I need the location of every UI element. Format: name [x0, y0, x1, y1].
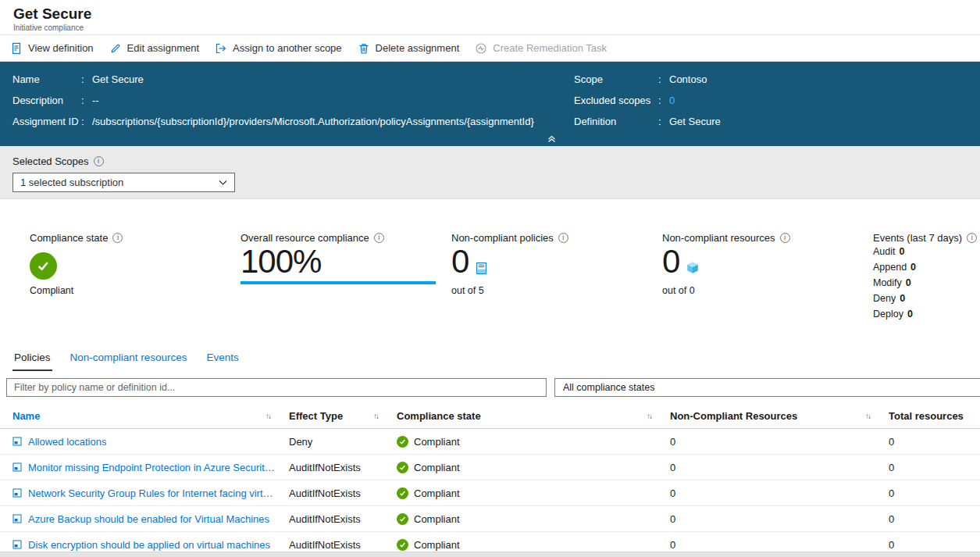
noncompliant-resources-cell: 0: [657, 436, 876, 448]
event-line-audit: Audit 0: [873, 244, 977, 259]
sort-icon[interactable]: ↑↓: [265, 412, 270, 420]
selected-scopes-dropdown[interactable]: 1 selected subscription: [12, 173, 235, 192]
effect-type-cell: AuditIfNotExists: [276, 539, 384, 551]
event-value: 0: [906, 275, 911, 291]
info-icon[interactable]: i: [112, 233, 123, 243]
field-label: Name: [12, 72, 81, 93]
compliant-check-icon: [397, 436, 408, 448]
stat-label-text: Non-compliant policies: [451, 232, 554, 244]
policy-name-link[interactable]: Azure Backup should be enabled for Virtu…: [28, 513, 269, 525]
stat-noncompliant-resources: Non-compliant resources i 0 out of 0: [662, 232, 873, 344]
essentials-right-column: Scope : Contoso Excluded scopes : 0 Defi…: [574, 72, 721, 135]
sort-icon[interactable]: ↑↓: [647, 412, 651, 420]
compliance-state-text: Compliant: [414, 462, 460, 473]
policy-filter-input[interactable]: [6, 378, 547, 397]
tab-events[interactable]: Events: [205, 352, 241, 371]
column-header-noncompliant-resources[interactable]: Non-Compliant Resources ↑↓: [657, 410, 876, 422]
event-label: Append: [873, 259, 907, 275]
stat-label-text: Compliance state: [30, 232, 108, 244]
column-header-name[interactable]: Name ↑↓: [0, 410, 276, 422]
total-resources-cell: 0: [876, 513, 980, 525]
essentials-assignment-id-row: Assignment ID : /subscriptions/{subscrip…: [12, 114, 980, 135]
stat-label: Events (last 7 days) i: [873, 232, 977, 244]
stat-label: Non-compliant resources i: [662, 232, 873, 244]
remediation-icon: [475, 42, 487, 55]
total-resources-cell: 0: [876, 462, 980, 473]
noncompliant-resources-cell: 0: [657, 539, 876, 551]
assign-to-another-scope-button[interactable]: Assign to another scope: [209, 38, 351, 59]
column-header-effect-type[interactable]: Effect Type ↑↓: [276, 410, 384, 422]
column-label: Non-Compliant Resources: [670, 410, 797, 422]
total-resources-cell: 0: [876, 487, 980, 499]
excluded-scopes-link[interactable]: 0: [669, 93, 675, 114]
column-header-compliance-state[interactable]: Compliance state ↑↓: [384, 410, 657, 422]
stat-events: Events (last 7 days) i Audit 0 Append 0 …: [873, 232, 977, 344]
table-row[interactable]: Allowed locations Deny Compliant 0 0: [0, 429, 980, 455]
horizontal-scrollbar[interactable]: [0, 552, 980, 557]
toolbar-button-label: Assign to another scope: [233, 42, 341, 54]
info-icon[interactable]: i: [780, 233, 790, 243]
delete-icon: [358, 42, 370, 55]
event-line-deploy: Deploy 0: [873, 306, 977, 322]
effect-type-cell: AuditIfNotExists: [276, 513, 384, 525]
info-icon[interactable]: i: [374, 233, 384, 243]
create-remediation-task-button[interactable]: Create Remediation Task: [469, 38, 617, 59]
event-value: 0: [907, 306, 913, 322]
stat-label-text: Non-compliant resources: [662, 232, 775, 244]
delete-assignment-button[interactable]: Delete assignment: [352, 38, 470, 59]
noncompliant-policies-sub: out of 5: [451, 285, 662, 296]
info-icon[interactable]: i: [94, 156, 104, 166]
table-row[interactable]: Monitor missing Endpoint Protection in A…: [0, 455, 980, 480]
compliant-check-icon: [397, 539, 408, 551]
policy-name-link[interactable]: Allowed locations: [28, 436, 106, 448]
info-icon[interactable]: i: [558, 233, 568, 243]
overall-compliance-value: 100%: [241, 244, 451, 280]
separator: :: [658, 72, 669, 93]
policy-name-link[interactable]: Monitor missing Endpoint Protection in A…: [28, 462, 276, 473]
policy-icon: [12, 514, 22, 523]
command-toolbar: View definition Edit assignment Assign t…: [0, 35, 980, 62]
chevron-up-icon: [547, 134, 557, 146]
compliance-state-cell: Compliant: [384, 436, 657, 448]
policy-name-link[interactable]: Network Security Group Rules for Interne…: [28, 487, 276, 499]
tab-noncompliant-resources[interactable]: Non-compliant resources: [69, 352, 189, 371]
collapse-essentials-button[interactable]: [545, 132, 558, 145]
essentials-scope-row: Scope : Contoso: [574, 72, 721, 93]
event-value: 0: [900, 244, 905, 259]
noncompliant-policies-value: 0: [451, 244, 469, 280]
compliance-state-filter-value: All compliance states: [563, 382, 654, 393]
view-definition-button[interactable]: View definition: [5, 38, 104, 59]
event-label: Modify: [873, 275, 902, 291]
total-resources-cell: 0: [876, 539, 980, 551]
event-value: 0: [900, 291, 905, 306]
info-icon[interactable]: i: [967, 233, 977, 243]
sort-icon[interactable]: ↑↓: [373, 412, 378, 420]
toolbar-button-label: Delete assignment: [376, 42, 460, 54]
policy-name-link[interactable]: Disk encryption should be applied on vir…: [28, 539, 270, 551]
policy-icon: [12, 437, 22, 446]
tab-bar: Policies Non-compliant resources Events: [0, 344, 980, 371]
field-value: /subscriptions/{subscriptionId}/provider…: [92, 114, 534, 135]
page-title: Get Secure: [13, 5, 980, 23]
field-label: Description: [12, 93, 81, 114]
separator: :: [658, 114, 669, 135]
compliance-stats: Compliance state i Compliant Overall res…: [0, 199, 980, 344]
sort-icon[interactable]: ↑↓: [865, 412, 870, 420]
event-line-deny: Deny 0: [873, 291, 977, 306]
compliance-state-cell: Compliant: [384, 462, 657, 473]
filter-row: All compliance states: [0, 371, 980, 403]
table-row[interactable]: Azure Backup should be enabled for Virtu…: [0, 506, 980, 532]
field-label: Excluded scopes: [574, 93, 658, 114]
tab-policies[interactable]: Policies: [12, 352, 52, 371]
table-row[interactable]: Network Security Group Rules for Interne…: [0, 480, 980, 506]
edit-icon: [109, 42, 122, 55]
policy-compliance-page: Get Secure Initiative compliance View de…: [0, 0, 980, 557]
column-header-total-resources[interactable]: Total resources: [876, 410, 980, 422]
separator: :: [81, 114, 92, 135]
event-line-modify: Modify 0: [873, 275, 977, 291]
separator: :: [81, 93, 92, 114]
compliance-state-cell: Compliant: [384, 539, 657, 551]
edit-assignment-button[interactable]: Edit assignment: [104, 38, 210, 59]
total-resources-cell: 0: [876, 436, 980, 448]
compliance-state-filter[interactable]: All compliance states: [554, 378, 980, 397]
